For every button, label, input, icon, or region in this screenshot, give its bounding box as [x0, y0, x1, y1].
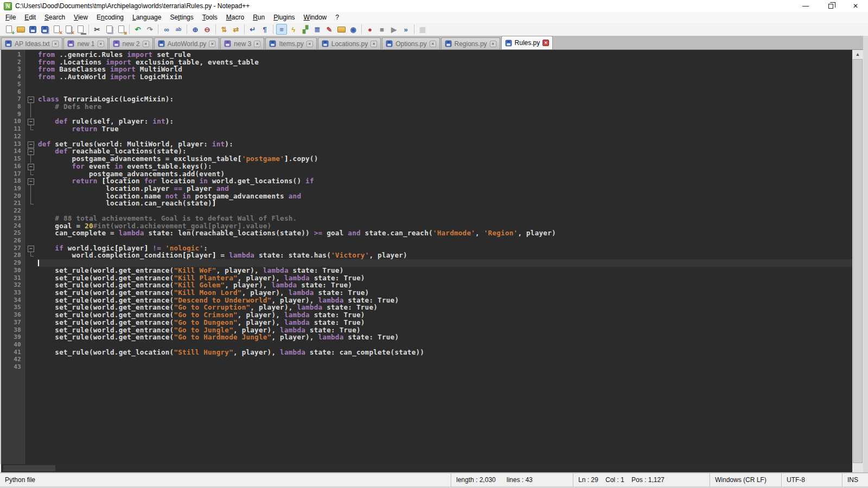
line-number[interactable]: 17 — [1, 170, 25, 178]
menu-encoding[interactable]: Encoding — [92, 12, 128, 22]
show-all-characters-icon[interactable]: ¶ — [259, 24, 270, 35]
fold-collapse-icon[interactable] — [25, 147, 37, 155]
cut-icon[interactable]: ✂ — [92, 24, 103, 35]
horizontal-scrollbar-thumb[interactable] — [3, 465, 55, 471]
tab-items-py[interactable]: Items.py× — [265, 37, 316, 49]
zoom-in-icon[interactable]: ⊕ — [190, 24, 201, 35]
save-icon[interactable] — [27, 24, 38, 35]
document-map-icon[interactable]: ▞ — [300, 24, 311, 35]
monitoring-icon[interactable]: ◉ — [348, 24, 359, 35]
line-number[interactable]: 27 — [1, 245, 25, 252]
line-number[interactable]: 31 — [1, 274, 25, 282]
define-language-icon[interactable]: ϟ — [288, 24, 299, 35]
line-number[interactable]: 18 — [1, 177, 25, 185]
record-macro-icon[interactable]: ● — [365, 24, 375, 35]
fold-collapse-icon[interactable] — [25, 177, 37, 185]
fold-collapse-icon[interactable] — [25, 245, 37, 252]
menu-file[interactable]: File — [1, 12, 20, 22]
tab-close-icon[interactable]: × — [254, 41, 260, 47]
line-number[interactable]: 21 — [1, 200, 25, 207]
line-number[interactable]: 35 — [1, 304, 25, 311]
menu-macro[interactable]: Macro — [222, 12, 248, 22]
line-number[interactable]: 32 — [1, 281, 25, 289]
menu-plugins[interactable]: Plugins — [269, 12, 299, 22]
open-file-icon[interactable] — [15, 24, 26, 35]
tab-rules-py[interactable]: Rules.py× — [501, 36, 553, 49]
close-button[interactable]: ✕ — [843, 0, 868, 12]
horizontal-scrollbar[interactable] — [1, 464, 852, 472]
line-number[interactable]: 26 — [1, 237, 25, 245]
line-number[interactable]: 8 — [1, 103, 25, 111]
print-icon[interactable]: ▬ — [75, 24, 86, 35]
line-number[interactable]: 22 — [1, 207, 25, 215]
new-file-icon[interactable]: + — [3, 24, 14, 35]
menu-search[interactable]: Search — [40, 12, 69, 22]
fold-collapse-icon[interactable] — [25, 140, 37, 148]
find-icon[interactable]: ∞ — [161, 24, 172, 35]
tab-new-1[interactable]: new 1× — [63, 37, 107, 49]
close-all-icon[interactable]: × — [63, 24, 74, 35]
line-number[interactable]: 15 — [1, 155, 25, 163]
tab-close-icon[interactable]: × — [143, 41, 149, 47]
tab-ap-ideas-txt[interactable]: AP Ideas.txt× — [1, 37, 62, 49]
tab-close-icon[interactable]: × — [542, 40, 549, 46]
line-number[interactable]: 20 — [1, 192, 25, 200]
line-number[interactable]: 16 — [1, 163, 25, 170]
tab-close-icon[interactable]: × — [371, 41, 377, 47]
line-number[interactable]: 1 — [1, 51, 25, 59]
menu-language[interactable]: Language — [128, 12, 165, 22]
copy-icon[interactable] — [104, 24, 114, 35]
restore-button[interactable] — [818, 0, 843, 12]
tab-new-3[interactable]: new 3× — [220, 37, 264, 49]
minimize-button[interactable]: — — [793, 0, 818, 12]
menu-run[interactable]: Run — [248, 12, 269, 22]
code-editor[interactable]: 1from ..generic.Rules import set_rule2fr… — [0, 50, 852, 464]
vertical-scrollbar[interactable]: ▲ ▼ — [852, 50, 863, 472]
line-number[interactable]: 36 — [1, 311, 25, 319]
line-number[interactable]: 37 — [1, 319, 25, 326]
line-number[interactable]: 6 — [1, 88, 25, 96]
line-number[interactable]: 12 — [1, 133, 25, 140]
save-all-icon[interactable] — [39, 24, 50, 35]
sync-horizontal-icon[interactable]: ⇄ — [231, 24, 241, 35]
line-number[interactable]: 28 — [1, 252, 25, 259]
replace-icon[interactable]: ab — [173, 24, 184, 35]
run-macro-multiple-icon[interactable]: » — [400, 24, 411, 35]
line-number[interactable]: 40 — [1, 341, 25, 349]
line-number[interactable]: 42 — [1, 356, 25, 363]
line-number[interactable]: 34 — [1, 297, 25, 304]
line-number[interactable]: 14 — [1, 147, 25, 155]
line-number[interactable]: 39 — [1, 333, 25, 341]
indent-guide-icon[interactable]: ≡ — [276, 24, 287, 35]
fold-collapse-icon[interactable] — [25, 118, 37, 125]
tab-locations-py[interactable]: Locations.py× — [318, 37, 381, 49]
document-list-icon[interactable]: ≣ — [312, 24, 323, 35]
playback-macro-icon[interactable]: ▶ — [388, 24, 399, 35]
line-number[interactable]: 9 — [1, 111, 25, 118]
line-number[interactable]: 29 — [1, 259, 25, 267]
line-number[interactable]: 38 — [1, 326, 25, 334]
close-icon[interactable]: × — [51, 24, 62, 35]
line-number[interactable]: 41 — [1, 349, 25, 356]
sync-vertical-icon[interactable]: ⇅ — [219, 24, 229, 35]
menu-edit[interactable]: Edit — [20, 12, 40, 22]
fold-collapse-icon[interactable] — [25, 163, 37, 170]
menu-item[interactable]: ? — [331, 12, 343, 22]
tab-close-icon[interactable]: × — [52, 41, 59, 47]
line-number[interactable]: 10 — [1, 118, 25, 125]
line-number[interactable]: 2 — [1, 59, 25, 66]
line-number[interactable]: 43 — [1, 363, 25, 371]
line-number[interactable]: 4 — [1, 73, 25, 81]
line-number[interactable]: 19 — [1, 185, 25, 192]
line-number[interactable]: 24 — [1, 222, 25, 230]
vertical-scrollbar-thumb[interactable] — [853, 59, 863, 463]
folder-as-workspace-icon[interactable] — [336, 24, 347, 35]
redo-icon[interactable]: ↷ — [144, 24, 155, 35]
undo-icon[interactable]: ↶ — [132, 24, 143, 35]
line-number[interactable]: 7 — [1, 95, 25, 103]
tab-close-icon[interactable]: × — [209, 41, 215, 47]
line-number[interactable]: 30 — [1, 267, 25, 274]
line-number[interactable]: 23 — [1, 215, 25, 222]
fold-collapse-icon[interactable] — [25, 95, 37, 103]
paste-icon[interactable]: ■ — [116, 24, 126, 35]
